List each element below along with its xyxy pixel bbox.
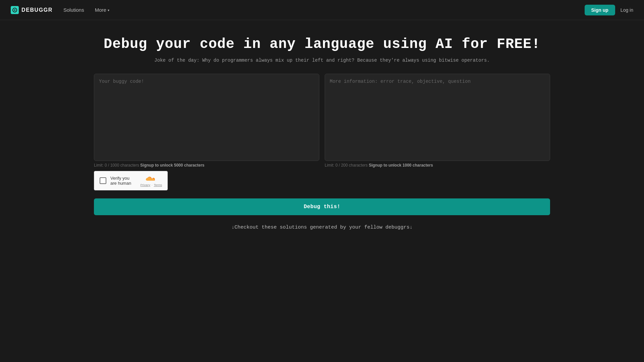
cf-terms-link[interactable]: Terms (154, 183, 162, 187)
cf-privacy-link[interactable]: Privacy (140, 183, 150, 187)
debug-button-wrapper: Debug this! (94, 198, 550, 215)
cf-links: Privacy · Terms (140, 183, 162, 187)
info-signup-unlock[interactable]: Signup to unlock 1000 characters (369, 163, 433, 168)
cf-verify-text: Verify you are human (110, 176, 136, 186)
navbar: DEBUGGR Solutions More ▾ Sign up Log in (0, 0, 644, 20)
logo[interactable]: DEBUGGR (11, 6, 53, 14)
navbar-left: DEBUGGR Solutions More ▾ (11, 6, 109, 14)
svg-point-1 (14, 9, 15, 11)
solutions-nav-link[interactable]: Solutions (63, 7, 84, 13)
signup-button[interactable]: Sign up (585, 5, 615, 15)
info-input-wrapper: Limit: 0 / 200 characters Signup to unlo… (325, 74, 550, 190)
navbar-right: Sign up Log in (585, 5, 633, 15)
code-char-limit: Limit: 0 / 1000 characters Signup to unl… (94, 163, 319, 168)
joke-text: Joke of the day: Why do programmers alwa… (154, 58, 490, 63)
textarea-section: Limit: 0 / 1000 characters Signup to unl… (94, 74, 550, 190)
main-content: Debug your code in any language using AI… (0, 20, 644, 244)
code-input-wrapper: Limit: 0 / 1000 characters Signup to unl… (94, 74, 319, 190)
logo-icon (11, 6, 19, 14)
debug-button[interactable]: Debug this! (94, 198, 550, 215)
info-input[interactable] (325, 74, 550, 161)
more-menu-button[interactable]: More ▾ (95, 7, 109, 13)
hero-title: Debug your code in any language using AI… (104, 36, 540, 52)
cloudflare-widget[interactable]: Verify you are human Privacy · Terms (94, 171, 168, 190)
login-button[interactable]: Log in (621, 7, 633, 13)
logo-text: DEBUGGR (21, 7, 53, 13)
chevron-down-icon: ▾ (108, 8, 109, 12)
info-char-limit: Limit: 0 / 200 characters Signup to unlo… (325, 163, 550, 168)
more-label: More (95, 7, 106, 13)
cf-logo-area: Privacy · Terms (140, 175, 162, 187)
cf-checkbox[interactable] (100, 177, 106, 184)
solutions-tagline: ↓Checkout these solutions generated by y… (231, 225, 413, 230)
cf-cloud-icon (145, 175, 158, 183)
code-signup-unlock[interactable]: Signup to unlock 5000 characters (140, 163, 204, 168)
code-input[interactable] (94, 74, 319, 161)
